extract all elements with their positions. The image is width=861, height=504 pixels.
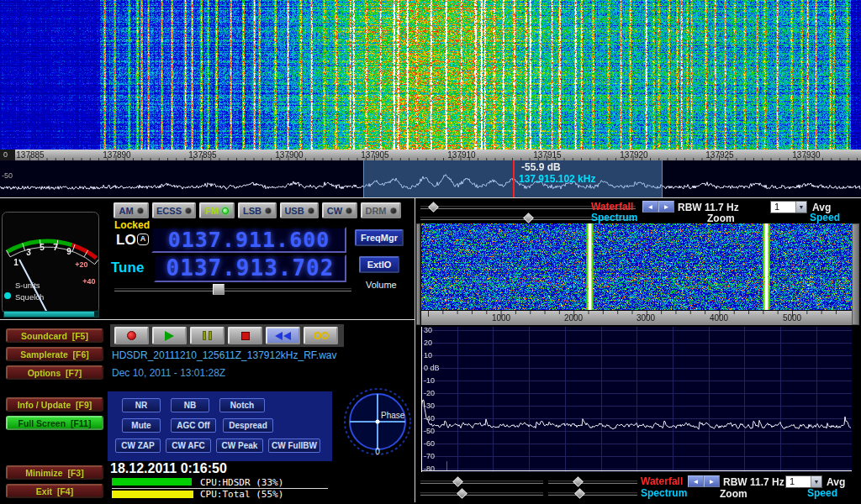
rewind-button[interactable] [266, 327, 300, 344]
mute-button[interactable]: Mute [122, 418, 161, 433]
rf-waterfall-display[interactable] [421, 223, 852, 310]
cpu-hdsdr-bar-fill [112, 478, 192, 486]
af-waterfall-contrast-slider-handle[interactable] [452, 476, 463, 487]
af-zoom-slider-track[interactable] [420, 492, 543, 496]
af-waterfall-brightness-slider-track[interactable] [548, 480, 637, 484]
af-avg-value: 1 [786, 476, 811, 487]
rf-zoom-label: Zoom [707, 213, 735, 224]
af-avg-select[interactable]: 1 ▼ [785, 475, 822, 488]
despread-button[interactable]: Despread [223, 418, 273, 433]
lo-channel-badge[interactable]: A [137, 234, 149, 245]
af-speed-slider-handle[interactable] [574, 488, 585, 499]
lo-label: LO [116, 232, 136, 249]
record-button[interactable] [114, 327, 149, 344]
rf-avg-select[interactable]: 1 ▼ [770, 201, 807, 213]
mode-button-lsb[interactable]: LSB [238, 202, 277, 218]
freqmgr-button[interactable]: FreqMgr [355, 229, 404, 246]
af-db-label: -80 [424, 465, 435, 473]
clock-display: 18.12.2011 0:16:50 [110, 461, 227, 476]
squelch-knob[interactable] [4, 292, 11, 299]
af-db-label: -40 [424, 414, 435, 423]
loop-button[interactable] [304, 327, 338, 344]
mode-button-ecss[interactable]: ECSS [152, 202, 196, 218]
af-waterfall-contrast-slider-track[interactable] [420, 480, 543, 484]
rf-zoom-slider-handle[interactable] [523, 213, 534, 223]
rf-scroll-right-button[interactable]: ► [658, 201, 674, 213]
ruler-label: 137915 [521, 150, 573, 160]
mode-label: DRM [365, 206, 386, 216]
af-db-label: 0 dB [424, 364, 440, 372]
samplerate-button[interactable]: Samplerate [F6] [6, 347, 103, 361]
tune-cursor[interactable] [513, 160, 515, 197]
arrow-right-icon: ► [663, 203, 670, 211]
af-waterfall-brightness-slider-handle[interactable] [573, 476, 584, 487]
mode-led-icon [265, 207, 272, 214]
af-zoom-slider-handle[interactable] [457, 488, 467, 499]
extio-button[interactable]: ExtIO [359, 256, 399, 273]
mode-button-am[interactable]: AM [114, 202, 149, 218]
af-db-label: -50 [424, 427, 435, 435]
mode-button-cw[interactable]: CW [322, 202, 357, 218]
af-scroll-left-button[interactable]: ◄ [688, 475, 704, 487]
nb-button[interactable]: NB [171, 398, 209, 412]
lo-frequency-display[interactable]: 0137.911.600 [151, 227, 346, 253]
cpu-total-bar-fill [112, 491, 193, 498]
mode-led-icon [308, 207, 314, 214]
nr-button[interactable]: NR [122, 398, 161, 412]
cw-zap-button[interactable]: CW ZAP [115, 438, 161, 453]
s-meter[interactable]: 1 3 5 7 9 +20 +40 S-units Squelch [2, 212, 99, 314]
dropdown-arrow-icon[interactable]: ▼ [795, 202, 806, 213]
notch-button[interactable]: Notch [219, 398, 265, 412]
af-spectrum-display[interactable] [421, 327, 852, 472]
pause-button[interactable] [190, 327, 224, 344]
af-db-label: -20 [424, 389, 435, 397]
main-waterfall-display[interactable] [0, 0, 861, 150]
options-button[interactable]: Options [F7] [6, 365, 103, 380]
phase-label: Phase [381, 411, 405, 420]
mode-label: USB [284, 206, 304, 216]
spectrum-db-scale-label: -50 [2, 171, 13, 180]
rf-scale-label: 2000 [557, 313, 590, 323]
record-icon [127, 331, 136, 340]
ruler-label: 137885 [4, 150, 56, 160]
db-readout: -55.9 dB [521, 161, 561, 173]
cw-afc-button[interactable]: CW AFC [166, 438, 211, 453]
play-icon [165, 331, 174, 341]
volume-label: Volume [366, 280, 397, 290]
separator [0, 197, 861, 198]
cw-fullbw-button[interactable]: CW FullBW [268, 438, 320, 453]
s-meter-plus40-label: +40 [82, 277, 95, 286]
soundcard-button[interactable]: Soundcard [F5] [6, 328, 103, 343]
volume-slider-handle[interactable] [213, 284, 224, 295]
exit-button[interactable]: Exit [F4] [6, 484, 103, 498]
separator [0, 319, 415, 320]
tune-frequency-display[interactable]: 0137.913.702 [154, 255, 346, 282]
phase-indicator[interactable]: Phase 0 [342, 384, 413, 458]
mode-button-fm[interactable]: FM [199, 202, 235, 218]
mode-button-drm[interactable]: DRM [361, 202, 401, 218]
af-speed-slider-track[interactable] [548, 492, 637, 496]
s-meter-tick-label: 7 [53, 243, 58, 252]
mode-led-icon [390, 207, 397, 214]
minimize-button[interactable]: Minimize [F3] [6, 465, 103, 480]
af-speed-label: Speed [807, 487, 837, 499]
agc-button[interactable]: AGC Off [171, 418, 216, 433]
rf-scrollbar[interactable] [852, 223, 859, 325]
play-button[interactable] [152, 327, 187, 344]
volume-slider-track[interactable] [114, 288, 351, 291]
af-db-label: 30 [424, 326, 432, 334]
dropdown-arrow-icon[interactable]: ▼ [811, 476, 821, 487]
cw-peak-button[interactable]: CW Peak [216, 438, 263, 453]
fullscreen-button[interactable]: Full Screen [F11] [6, 416, 103, 430]
af-scroll-right-button[interactable]: ► [704, 475, 720, 487]
rf-waterfall-contrast-slider-handle[interactable] [428, 202, 439, 213]
info-update-button[interactable]: Info / Update [F9] [6, 397, 103, 412]
rf-scroll-left-button[interactable]: ◄ [642, 201, 658, 213]
af-db-label: -30 [424, 402, 435, 410]
mode-led-icon [185, 207, 192, 214]
stop-button[interactable] [228, 327, 262, 344]
mode-button-usb[interactable]: USB [280, 202, 319, 218]
af-avg-label: Avg [827, 476, 845, 488]
mode-led-icon [346, 207, 352, 214]
ruler-label: 137900 [263, 150, 315, 160]
